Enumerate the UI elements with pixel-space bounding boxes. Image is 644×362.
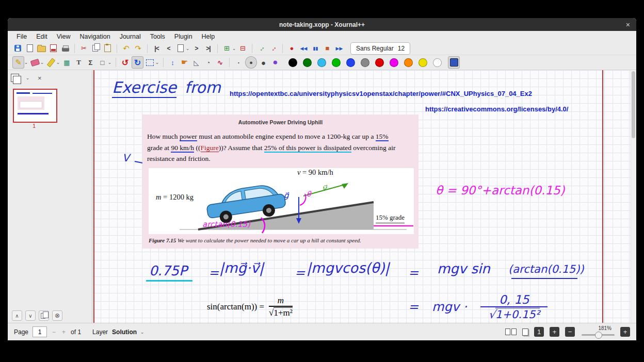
delete-page-button[interactable]: ⊟ — [237, 43, 248, 54]
prev-page-button[interactable]: < — [163, 43, 174, 54]
exercise-source-url[interactable]: https://opentextbc.ca/universityphysicsv… — [230, 90, 532, 97]
highlighter-tool-button[interactable] — [45, 57, 56, 68]
color-swatch-white[interactable] — [433, 58, 442, 67]
export-pdf-button[interactable] — [48, 43, 59, 54]
license-url[interactable]: https://creativecommons.org/licenses/by/… — [425, 105, 568, 113]
dual-page-view-button[interactable] — [505, 328, 517, 335]
active-color-button[interactable] — [448, 56, 460, 69]
fill-opacity-button[interactable]: ● — [270, 57, 281, 68]
fullscreen-button[interactable]: ↔ — [256, 43, 267, 54]
vertical-scrollbar[interactable] — [631, 70, 636, 323]
shape-recognizer-button[interactable]: ↺ — [120, 57, 131, 68]
image-tool-button[interactable]: ▦ — [61, 57, 72, 68]
sidebar-panel-dropdown[interactable]: ⌄ — [25, 75, 30, 80]
menu-item-help[interactable]: Help — [197, 32, 220, 41]
color-swatch-magenta[interactable] — [390, 58, 398, 67]
sidebar-close-button[interactable]: × — [38, 74, 42, 82]
menu-item-view[interactable]: View — [52, 32, 75, 41]
pause-audio-button[interactable]: ▮▮ — [310, 43, 321, 54]
next-page-button[interactable]: > — [191, 43, 202, 54]
cut-button[interactable]: ✂ — [78, 43, 89, 54]
last-page-button[interactable]: >| — [203, 43, 214, 54]
text-tool-button[interactable]: T — [73, 57, 84, 68]
single-page-view-button[interactable] — [522, 328, 528, 336]
add-page-dropdown[interactable]: ⌄ — [232, 43, 236, 54]
presentation-button[interactable]: ↔ — [268, 43, 279, 54]
layer-selector[interactable]: Solution — [112, 328, 137, 336]
hand-tool-button[interactable]: ☛ — [179, 57, 190, 68]
panel-up-button[interactable]: ∧ — [12, 310, 22, 321]
color-swatch-dark-green[interactable] — [303, 58, 312, 67]
panel-copy-button[interactable] — [39, 310, 49, 321]
figure-link[interactable]: Figure — [201, 144, 219, 152]
stroke-thick-button[interactable]: ● — [258, 57, 269, 68]
math-tex-button[interactable]: Σ — [85, 57, 96, 68]
select-rect-dropdown[interactable]: ⌄ — [155, 57, 159, 68]
spline-tool-button[interactable]: ∿ — [215, 57, 226, 68]
font-button[interactable]: Sans Regular 12 — [350, 42, 410, 55]
menu-item-file[interactable]: File — [12, 32, 31, 41]
panel-close-circle-button[interactable]: ⊗ — [52, 310, 62, 321]
zoom-slider[interactable] — [582, 332, 615, 338]
eraser-tool-button[interactable] — [29, 57, 40, 68]
protractor-tool-button[interactable]: ◔ — [203, 57, 214, 68]
first-page-button[interactable]: |< — [151, 43, 162, 54]
ruler-tool-button[interactable]: ◺ — [191, 57, 202, 68]
highlighter-tool-dropdown[interactable]: ⌄ — [56, 57, 60, 68]
goto-page-button[interactable] — [175, 43, 186, 54]
eq2-equals: = — [408, 300, 418, 314]
open-button[interactable] — [36, 43, 47, 54]
shapes-tool-dropdown[interactable]: ⌄ — [107, 57, 112, 68]
zoom-in-button[interactable]: + — [620, 327, 630, 337]
rotation-snap-button[interactable]: ↻ — [132, 56, 143, 69]
zoom-fit-page-button[interactable]: − — [565, 327, 575, 337]
pen-tool-button[interactable]: ✎ — [12, 56, 24, 69]
note-canvas[interactable]: Exercise from https://opentextbc.ca/univ… — [92, 70, 636, 323]
print-button[interactable] — [60, 43, 71, 54]
redo-button[interactable]: ↷ — [133, 43, 143, 54]
page-number-input[interactable] — [33, 326, 47, 337]
color-swatch-orange[interactable] — [404, 58, 413, 67]
color-swatch-gray[interactable] — [361, 58, 369, 67]
zoom-100-button[interactable]: 1 — [534, 327, 544, 337]
add-page-button[interactable]: ⊞ — [221, 43, 232, 54]
copy-button[interactable] — [90, 43, 101, 54]
color-swatch-green[interactable] — [332, 58, 341, 67]
goto-page-dropdown[interactable]: ⌄ — [185, 43, 190, 54]
window-close-button[interactable]: × — [626, 18, 630, 31]
color-swatch-red[interactable] — [375, 58, 384, 67]
menu-item-journal[interactable]: Journal — [115, 32, 146, 41]
color-swatch-blue[interactable] — [346, 58, 355, 67]
color-swatch-black[interactable] — [288, 58, 297, 67]
scrollbar-thumb[interactable] — [632, 71, 635, 138]
seek-back-button[interactable]: ◀◀ — [298, 43, 309, 54]
undo-button[interactable]: ↶ — [121, 43, 132, 54]
zoom-slider-thumb[interactable] — [595, 332, 602, 339]
color-swatch-yellow[interactable] — [418, 58, 427, 67]
panel-down-button[interactable]: ∨ — [25, 310, 36, 321]
color-swatch-light-blue[interactable] — [317, 58, 326, 67]
save-button[interactable] — [12, 43, 23, 54]
eraser-tool-dropdown[interactable]: ⌄ — [40, 57, 44, 68]
paste-button[interactable] — [102, 43, 113, 54]
stop-audio-button[interactable]: ■ — [322, 43, 333, 54]
menu-item-navigation[interactable]: Navigation — [75, 32, 115, 41]
page-thumbnail[interactable] — [13, 89, 57, 123]
menu-item-plugin[interactable]: Plugin — [170, 32, 197, 41]
zoom-fit-width-button[interactable]: + — [550, 327, 559, 337]
page-decrement-button[interactable]: − — [51, 328, 57, 336]
stroke-medium-button[interactable]: ● — [245, 56, 257, 69]
stroke-thick-icon: ● — [261, 58, 266, 67]
layer-dropdown-icon[interactable]: ⌄ — [140, 330, 144, 335]
new-file-button[interactable] — [24, 43, 35, 54]
record-audio-button[interactable]: ● — [286, 43, 297, 54]
stroke-fine-button[interactable]: • — [233, 57, 244, 68]
vertical-space-button[interactable]: ↕ — [167, 57, 178, 68]
select-rect-button[interactable] — [144, 57, 155, 68]
pen-tool-dropdown[interactable]: ⌄ — [24, 57, 28, 68]
menu-item-edit[interactable]: Edit — [31, 32, 52, 41]
shapes-tool-button[interactable]: □ — [97, 57, 108, 68]
page-increment-button[interactable]: + — [61, 328, 67, 336]
seek-forward-button[interactable]: ▶▶ — [334, 43, 345, 54]
menu-item-tools[interactable]: Tools — [146, 32, 170, 41]
